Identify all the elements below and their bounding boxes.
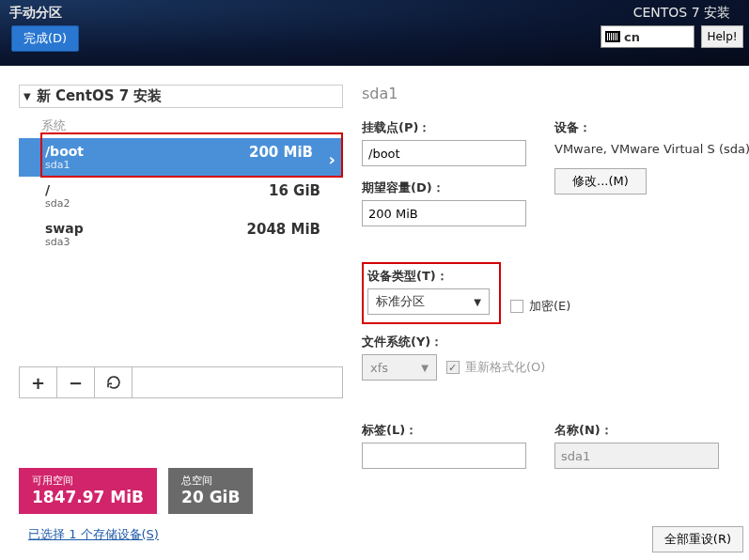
add-partition-button[interactable]: + — [20, 367, 57, 397]
page-title: 手动分区 — [9, 5, 62, 22]
device-type-label: 设备类型(T)： — [367, 268, 490, 285]
capacity-label: 期望容量(D)： — [362, 179, 526, 196]
chevron-right-icon: › — [329, 149, 335, 169]
mount-point-input[interactable] — [362, 140, 526, 166]
partition-size: 200 MiB — [249, 144, 313, 161]
installer-title: CENTOS 7 安装 — [633, 5, 730, 22]
reset-all-button[interactable]: 全部重设(R) — [652, 526, 743, 552]
accordion-title: 新 CentOS 7 安装 — [37, 87, 163, 105]
system-section-label: 系统 — [19, 108, 343, 138]
name-input — [554, 443, 719, 469]
device-type-select[interactable]: 标准分区 ▼ — [367, 288, 490, 315]
available-space-box: 可用空间 1847.97 MiB — [19, 468, 157, 514]
name-label: 名称(N)： — [554, 422, 719, 439]
partition-detail-pane: sda1 挂载点(P)： 期望容量(D)： 设备： VMware, VMware… — [343, 85, 740, 460]
available-space-label: 可用空间 — [32, 474, 144, 488]
partition-row-root[interactable]: / sda2 16 GiB — [19, 177, 343, 215]
filesystem-value: xfs — [370, 361, 388, 375]
capacity-input[interactable] — [362, 200, 526, 226]
partition-size: 16 GiB — [269, 182, 320, 199]
partition-size: 2048 MiB — [247, 221, 320, 238]
keyboard-layout-selector[interactable]: cn — [601, 25, 694, 48]
filesystem-select[interactable]: xfs ▼ — [362, 354, 437, 381]
partition-row-boot[interactable]: /boot sda1 200 MiB › — [19, 138, 343, 177]
caret-down-icon: ▼ — [474, 297, 481, 307]
reformat-label: 重新格式化(O) — [465, 359, 545, 376]
reload-button[interactable] — [95, 367, 133, 397]
device-type-value: 标准分区 — [376, 293, 425, 310]
tag-input[interactable] — [362, 443, 526, 469]
total-space-box: 总空间 20 GiB — [168, 468, 253, 514]
highlight-annotation: 设备类型(T)： 标准分区 ▼ — [362, 262, 501, 324]
filesystem-label: 文件系统(Y)： — [362, 334, 740, 350]
keyboard-layout-code: cn — [624, 30, 640, 44]
remove-partition-button[interactable]: − — [57, 367, 95, 397]
available-space-value: 1847.97 MiB — [32, 488, 144, 506]
chevron-down-icon: ▼ — [23, 91, 31, 101]
caret-down-icon: ▼ — [421, 363, 429, 373]
tag-label: 标签(L)： — [362, 422, 526, 439]
partition-row-swap[interactable]: swap sda3 2048 MiB — [19, 215, 343, 254]
reload-icon — [106, 375, 121, 390]
keyboard-icon — [605, 31, 620, 42]
device-label: 设备： — [554, 119, 749, 136]
storage-devices-link[interactable]: 已选择 1 个存储设备(S) — [28, 526, 159, 543]
encrypt-checkbox[interactable] — [510, 300, 523, 313]
mount-point-label: 挂载点(P)： — [362, 119, 526, 136]
install-accordion-header[interactable]: ▼ 新 CentOS 7 安装 — [19, 85, 343, 108]
partition-list-pane: ▼ 新 CentOS 7 安装 系统 /boot sda1 200 MiB › … — [19, 85, 343, 460]
header-bar: 手动分区 完成(D) CENTOS 7 安装 cn Help! — [0, 0, 749, 66]
encrypt-label: 加密(E) — [529, 298, 570, 315]
modify-device-button[interactable]: 修改...(M) — [554, 168, 647, 194]
selected-partition-title: sda1 — [362, 85, 740, 102]
device-info-text: VMware, VMware Virtual S (sda) — [554, 140, 749, 159]
total-space-value: 20 GiB — [181, 488, 240, 506]
partition-action-bar: + − — [19, 366, 343, 398]
done-button[interactable]: 完成(D) — [11, 25, 79, 52]
help-button[interactable]: Help! — [701, 25, 743, 48]
reformat-checkbox — [446, 361, 460, 374]
disk-stats: 可用空间 1847.97 MiB 总空间 20 GiB — [19, 468, 253, 514]
total-space-label: 总空间 — [181, 474, 240, 488]
